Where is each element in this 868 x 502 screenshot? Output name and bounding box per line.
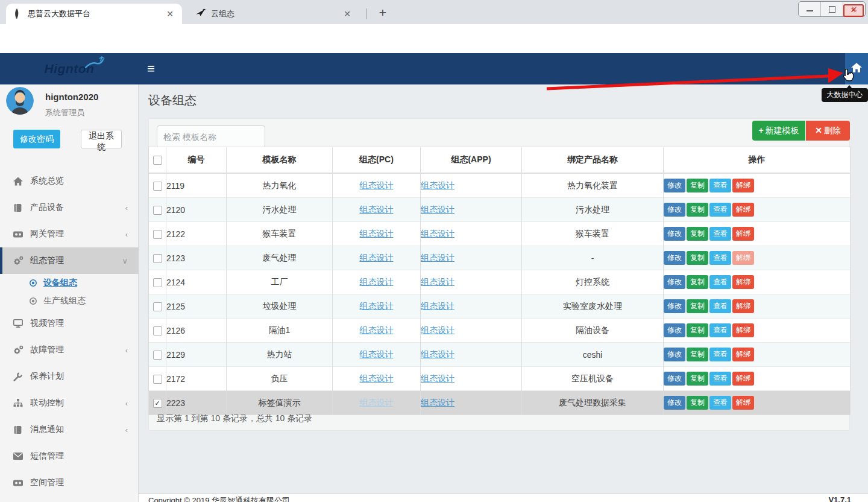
close-button[interactable]: ✕ ✕: [843, 2, 865, 16]
sidebar-item-联动控制[interactable]: 联动控制‹: [0, 390, 139, 416]
unbind-button[interactable]: 解绑: [732, 251, 754, 265]
view-button[interactable]: 查看: [709, 275, 731, 289]
view-button[interactable]: 查看: [709, 203, 731, 217]
edit-button[interactable]: 修改: [664, 275, 685, 289]
row-checkbox[interactable]: [153, 375, 162, 384]
sidebar-item-短信管理[interactable]: 短信管理: [0, 443, 139, 469]
app-design-link[interactable]: 组态设计: [421, 205, 454, 214]
sidebar-item-保养计划[interactable]: 保养计划: [0, 363, 139, 390]
minimize-button[interactable]: [799, 2, 821, 16]
view-button[interactable]: 查看: [709, 251, 731, 265]
copy-button[interactable]: 复制: [687, 299, 708, 313]
edit-button[interactable]: 修改: [664, 227, 685, 241]
copy-button[interactable]: 复制: [687, 179, 708, 192]
edit-button[interactable]: 修改: [664, 251, 685, 265]
app-design-link[interactable]: 组态设计: [421, 325, 454, 335]
new-tab-button[interactable]: +: [375, 5, 391, 21]
pc-design-link[interactable]: 组态设计: [360, 180, 394, 190]
unbind-button[interactable]: 解绑: [732, 348, 754, 361]
edit-button[interactable]: 修改: [664, 348, 685, 361]
app-design-link[interactable]: 组态设计: [421, 398, 454, 407]
copy-button[interactable]: 复制: [687, 251, 708, 265]
app-design-link[interactable]: 组态设计: [421, 373, 454, 383]
edit-button[interactable]: 修改: [664, 323, 685, 337]
edit-button[interactable]: 修改: [664, 299, 685, 313]
browser-tab-active[interactable]: 思普云大数据平台 ✕: [6, 4, 182, 24]
copy-button[interactable]: 复制: [687, 396, 708, 410]
pc-design-link[interactable]: 组态设计: [360, 301, 394, 311]
cell-template-name: 废气处理: [227, 246, 333, 270]
row-checkbox[interactable]: ✓: [153, 399, 162, 408]
edit-button[interactable]: 修改: [664, 372, 685, 386]
pc-design-link[interactable]: 组态设计: [360, 229, 394, 238]
copy-button[interactable]: 复制: [687, 348, 708, 361]
pc-design-link[interactable]: 组态设计: [360, 205, 394, 214]
copy-button[interactable]: 复制: [687, 203, 708, 217]
logout-button[interactable]: 退出系统: [81, 130, 122, 148]
pc-design-link[interactable]: 组态设计: [360, 325, 394, 335]
app-design-link[interactable]: 组态设计: [421, 349, 454, 359]
sidebar-item-故障管理[interactable]: 故障管理‹: [0, 337, 139, 363]
sidebar-item-视频管理[interactable]: 视频管理: [0, 310, 139, 337]
select-all-checkbox[interactable]: [153, 156, 162, 165]
app-design-link[interactable]: 组态设计: [421, 301, 454, 311]
app-design-link[interactable]: 组态设计: [421, 277, 454, 287]
row-checkbox[interactable]: [153, 351, 162, 360]
view-button[interactable]: 查看: [709, 396, 731, 410]
hamburger-menu-icon[interactable]: ≡: [147, 61, 155, 77]
row-checkbox[interactable]: [153, 182, 162, 191]
copy-button[interactable]: 复制: [687, 323, 708, 337]
bigdata-home-button[interactable]: [845, 53, 868, 84]
view-button[interactable]: 查看: [709, 372, 731, 386]
tab-close-icon[interactable]: ✕: [164, 9, 176, 19]
pc-design-link[interactable]: 组态设计: [360, 373, 394, 383]
browser-tab-inactive[interactable]: 云组态 ✕: [189, 4, 359, 24]
pc-design-link[interactable]: 组态设计: [360, 398, 394, 407]
row-checkbox[interactable]: [153, 254, 162, 263]
unbind-button[interactable]: 解绑: [732, 203, 754, 217]
sidebar-item-组态管理[interactable]: 组态管理∨: [0, 247, 139, 274]
unbind-button[interactable]: 解绑: [732, 372, 754, 386]
app-design-link[interactable]: 组态设计: [421, 180, 454, 190]
unbind-button[interactable]: 解绑: [732, 179, 754, 192]
view-button[interactable]: 查看: [709, 227, 731, 241]
view-button[interactable]: 查看: [709, 299, 731, 313]
row-checkbox[interactable]: [153, 230, 162, 239]
unbind-button[interactable]: 解绑: [732, 299, 754, 313]
restore-button[interactable]: [821, 2, 843, 16]
view-button[interactable]: 查看: [709, 179, 731, 192]
sidebar-subitem-生产线组态[interactable]: 生产线组态: [0, 292, 139, 310]
change-password-button[interactable]: 修改密码: [13, 130, 60, 148]
row-checkbox[interactable]: [153, 326, 162, 335]
pc-design-link[interactable]: 组态设计: [360, 277, 394, 287]
tab-close-icon[interactable]: ✕: [341, 9, 353, 19]
pc-design-link[interactable]: 组态设计: [360, 253, 394, 262]
unbind-button[interactable]: 解绑: [732, 396, 754, 410]
row-checkbox[interactable]: [153, 278, 162, 287]
copy-button[interactable]: 复制: [687, 372, 708, 386]
copy-button[interactable]: 复制: [687, 275, 708, 289]
unbind-button[interactable]: 解绑: [732, 227, 754, 241]
sidebar-item-产品设备[interactable]: 产品设备‹: [0, 194, 139, 221]
app-design-link[interactable]: 组态设计: [421, 253, 454, 262]
app-design-link[interactable]: 组态设计: [421, 229, 454, 238]
copy-button[interactable]: 复制: [687, 227, 708, 241]
create-template-button[interactable]: +新建模板: [752, 121, 805, 141]
view-button[interactable]: 查看: [709, 323, 731, 337]
delete-button[interactable]: ✕删除: [806, 121, 850, 141]
row-checkbox[interactable]: [153, 206, 162, 215]
unbind-button[interactable]: 解绑: [732, 275, 754, 289]
edit-button[interactable]: 修改: [664, 396, 685, 410]
sidebar-item-网关管理[interactable]: 网关管理‹: [0, 221, 139, 247]
view-button[interactable]: 查看: [709, 348, 731, 361]
sidebar-item-空间管理[interactable]: 空间管理: [0, 469, 139, 496]
sidebar-item-消息通知[interactable]: 消息通知‹: [0, 416, 139, 443]
search-input[interactable]: [157, 126, 265, 148]
edit-button[interactable]: 修改: [664, 179, 685, 192]
edit-button[interactable]: 修改: [664, 203, 685, 217]
sidebar-subitem-设备组态[interactable]: 设备组态: [0, 274, 139, 292]
unbind-button[interactable]: 解绑: [732, 323, 754, 337]
sidebar-item-系统总览[interactable]: 系统总览: [0, 168, 139, 194]
row-checkbox[interactable]: [153, 302, 162, 311]
pc-design-link[interactable]: 组态设计: [360, 349, 394, 359]
